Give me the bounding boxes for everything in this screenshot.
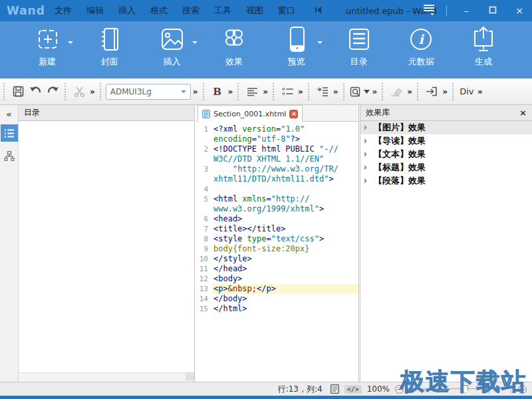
- code-line[interactable]: 6<head>: [196, 214, 358, 224]
- code-line[interactable]: 10</style>: [196, 254, 358, 264]
- code-line[interactable]: 13<p>&nbsp;</p>: [196, 284, 358, 294]
- code-line[interactable]: 1<?xml version="1.0": [196, 124, 358, 134]
- redo-button[interactable]: [45, 83, 61, 100]
- code-line[interactable]: 11</head>: [196, 264, 358, 274]
- eraser-icon: [390, 87, 402, 96]
- structure-view-button[interactable]: [1, 147, 18, 164]
- div-button[interactable]: Div: [459, 83, 475, 100]
- new-button[interactable]: 新建: [24, 25, 70, 78]
- code-line[interactable]: 15</html>: [196, 304, 358, 314]
- font-select[interactable]: ADMUI3Lg: [106, 84, 191, 100]
- insert-button[interactable]: 插入: [148, 25, 195, 78]
- save-button[interactable]: [10, 83, 26, 100]
- menu-overflow-icon[interactable]: [424, 5, 434, 17]
- cut-button[interactable]: [71, 83, 87, 100]
- cover-button[interactable]: 封面: [86, 25, 133, 78]
- toc-button[interactable]: 目录: [336, 25, 382, 78]
- expander-triangle-icon[interactable]: [364, 178, 370, 184]
- toolbar-grip[interactable]: [3, 83, 7, 100]
- find-in-document-button[interactable]: [350, 83, 370, 100]
- align-button[interactable]: [244, 83, 260, 100]
- toolbar-grip[interactable]: [343, 83, 346, 100]
- overflow-chevron[interactable]: »: [370, 87, 379, 96]
- toolbar-grip[interactable]: [417, 83, 420, 100]
- overflow-chevron[interactable]: »: [88, 87, 96, 96]
- toolbar-grip[interactable]: [237, 83, 241, 100]
- toolbar-grip[interactable]: [273, 83, 276, 100]
- menu-tools[interactable]: 工具: [214, 5, 231, 17]
- effects-item-guide[interactable]: 【导读】效果: [360, 134, 532, 148]
- menu-format[interactable]: 格式: [150, 5, 168, 17]
- menu-window[interactable]: 窗口: [278, 5, 295, 17]
- eraser-button[interactable]: [388, 83, 404, 100]
- overflow-chevron[interactable]: »: [191, 87, 200, 96]
- metadata-button[interactable]: i 元数据: [398, 25, 444, 78]
- code-line[interactable]: 3 "http://www.w3.org/TR/: [196, 164, 358, 174]
- insert-break-button[interactable]: [424, 83, 440, 100]
- code-line[interactable]: 5<html xmlns="http://: [196, 194, 358, 204]
- bold-button[interactable]: B: [209, 83, 225, 100]
- menu-edit[interactable]: 编辑: [86, 5, 104, 17]
- maximize-button[interactable]: [485, 5, 500, 16]
- expander-triangle-icon[interactable]: [364, 152, 370, 157]
- effects-item-text[interactable]: 【文本】效果: [360, 148, 532, 161]
- code-line[interactable]: W3C//DTD XHTML 1.1//EN": [196, 154, 358, 164]
- code-line[interactable]: www.w3.org/1999/xhtml">: [196, 204, 358, 214]
- expander-triangle-icon[interactable]: [364, 165, 370, 170]
- toc-panel-body[interactable]: [19, 121, 194, 372]
- toc-view-button[interactable]: [1, 124, 18, 142]
- minimize-button[interactable]: –: [459, 5, 473, 16]
- code-line[interactable]: 12<body>: [196, 274, 358, 284]
- indent-button[interactable]: [315, 83, 331, 100]
- bullet-list-button[interactable]: [279, 83, 295, 100]
- code-area[interactable]: 1<?xml version="1.0"encoding="utf-8"?>2<…: [196, 122, 358, 314]
- menu-view[interactable]: 视图: [246, 5, 263, 17]
- toolbar-grip[interactable]: [203, 83, 206, 100]
- code-line[interactable]: 2<!DOCTYPE html PUBLIC "-//: [196, 144, 358, 154]
- generate-button[interactable]: 生成: [460, 25, 507, 78]
- effects-item-title[interactable]: 【标题】效果: [360, 161, 532, 174]
- overflow-chevron[interactable]: »: [261, 87, 269, 96]
- toolbar-grip[interactable]: [382, 83, 385, 100]
- toc-scrollbar[interactable]: [19, 372, 194, 381]
- effects-item-paragraph[interactable]: 【段落】效果: [360, 174, 532, 188]
- menu-insert[interactable]: 插入: [118, 5, 136, 17]
- document-view-icon[interactable]: [331, 384, 339, 394]
- toolbar-grip[interactable]: [452, 83, 456, 100]
- preview-button[interactable]: 预览: [273, 25, 320, 78]
- tab-section-0001[interactable]: Section_0001.xhtml ×: [198, 105, 303, 122]
- undo-button[interactable]: [27, 83, 43, 100]
- toolbar-grip[interactable]: [100, 83, 103, 100]
- code-line[interactable]: 14</body>: [196, 294, 358, 304]
- effects-button[interactable]: 效果: [211, 25, 257, 78]
- overflow-chevron[interactable]: »: [405, 87, 414, 96]
- toolbar-grip[interactable]: [308, 83, 311, 100]
- overflow-chevron[interactable]: »: [296, 87, 305, 96]
- code-line[interactable]: 9body{font-size:20px}: [196, 244, 358, 254]
- code-view-button[interactable]: </>: [344, 385, 362, 394]
- overflow-chevron[interactable]: »: [331, 87, 340, 96]
- effects-panel-close-button[interactable]: ×: [519, 108, 527, 118]
- code-line[interactable]: 4: [196, 184, 358, 194]
- effects-item-image[interactable]: 【图片】效果: [360, 121, 532, 134]
- tab-close-button[interactable]: ×: [289, 110, 298, 118]
- code-line[interactable]: 7<title></title>: [196, 224, 358, 234]
- code-line[interactable]: 8<style type="text/css">: [196, 234, 358, 244]
- preview-dropdown-icon[interactable]: [317, 41, 323, 47]
- overflow-chevron[interactable]: »: [226, 87, 235, 96]
- indent-icon: [317, 87, 329, 96]
- insert-dropdown-icon[interactable]: [192, 41, 198, 47]
- overflow-chevron[interactable]: »: [475, 87, 484, 96]
- menu-search[interactable]: 搜索: [182, 5, 200, 17]
- code-line[interactable]: xhtml11/DTD/xhtml11.dtd">: [196, 174, 358, 184]
- collapse-menu-icon[interactable]: [314, 5, 323, 17]
- expander-triangle-icon[interactable]: [364, 125, 370, 130]
- close-button[interactable]: ×: [512, 5, 527, 16]
- toolbar-grip[interactable]: [65, 83, 68, 100]
- expander-triangle-icon[interactable]: [364, 138, 370, 144]
- new-dropdown-icon[interactable]: [68, 41, 73, 47]
- overflow-chevron[interactable]: »: [440, 87, 449, 96]
- code-line[interactable]: encoding="utf-8"?>: [196, 134, 358, 144]
- menu-file[interactable]: 文件: [55, 5, 72, 17]
- collapse-panel-button[interactable]: «: [6, 109, 11, 119]
